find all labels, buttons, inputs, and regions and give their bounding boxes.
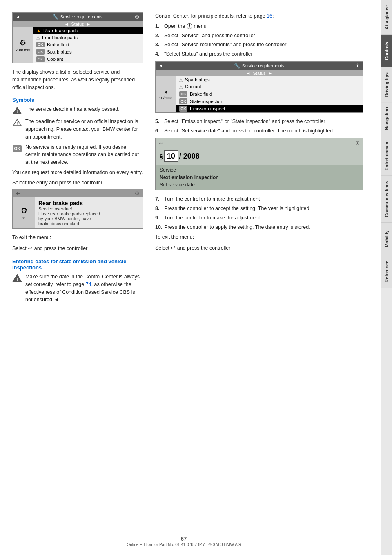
screen1-item-2: △ Front brake pads <box>33 34 143 41</box>
step-7: 7. Turn the controller to make the adjus… <box>155 195 363 203</box>
back-arrow-icon: ↩ <box>16 190 21 197</box>
date-screen-header: ↩ 🛈 <box>156 138 363 148</box>
date-back-icon: ↩ <box>159 140 164 146</box>
screen1-subheader: ◄ Status ► <box>13 21 143 27</box>
tab-reference[interactable]: Reference <box>381 255 392 288</box>
tab-communications[interactable]: Communications <box>381 175 392 222</box>
detail-text-col: Rear brake pads Service overdue! Have re… <box>35 197 143 228</box>
step-6: 6. Select "Set service date" and press t… <box>155 127 363 135</box>
page-footer: 67 Online Edition for Part No. 01 41 0 1… <box>0 536 368 547</box>
sidebar-tabs: At a glance Controls Driving tips Naviga… <box>381 0 392 555</box>
detail-screen: ↩ 🛈 ⚙ ↩ Rear brake pads Service overdue!… <box>12 189 143 229</box>
steps-list-1: 1. Open the i menu 2. Select "Service" a… <box>155 22 363 58</box>
svg-text:!: ! <box>16 109 18 114</box>
filled-triangle-icon: ! <box>12 105 22 115</box>
screen2-left-icon: § 10/2008 <box>156 76 176 112</box>
detail-sub-3: by your BMW center, have <box>38 216 139 221</box>
warning-note: ! Make sure the date in the Control Cent… <box>12 273 143 304</box>
screen2-header: ◄ 🔧 Service requirements 🛈 <box>156 62 363 70</box>
screen2-subheader: ◄ Status ► <box>156 70 363 76</box>
tab-at-a-glance[interactable]: At a glance <box>381 0 392 34</box>
step-10: 10. Press the controller to apply the se… <box>155 224 363 231</box>
date-screen: ↩ 🛈 § 10 / 2008 Service Next emission in… <box>155 138 363 190</box>
empty-triangle-icon: ! <box>12 118 22 128</box>
step-5: 5. Select "Emission inspect." or "State … <box>155 118 363 125</box>
ok-box-icon: OK <box>12 143 22 153</box>
exit-menu-text2: Select ↩ and press the controller <box>12 244 143 253</box>
screen1-item-4: OK Spark plugs <box>33 48 143 56</box>
symbol-2: ! The deadline for service or an officia… <box>12 118 143 141</box>
tab-navigation[interactable]: Navigation <box>381 102 392 135</box>
screen1: ◄ 🔧 Service requirements 🛈 ◄ Status ► ⚙ … <box>12 12 143 63</box>
screen1-item-3: OK Brake fluid <box>33 41 143 48</box>
symbol-1: ! The service deadline has already passe… <box>12 105 143 115</box>
car-section-icon: § <box>160 153 163 160</box>
step-1: 1. Open the i menu <box>155 22 363 30</box>
page-number: 67 <box>181 536 187 542</box>
step-8: 8. Press the controller to accept the se… <box>155 205 363 213</box>
detail-content: ⚙ ↩ Rear brake pads Service overdue! Hav… <box>13 197 143 228</box>
screen1-header: ◄ 🔧 Service requirements 🛈 <box>13 13 143 21</box>
steps-list-3: 7. Turn the controller to make the adjus… <box>155 195 363 231</box>
date-main: § 10 / 2008 <box>156 148 363 165</box>
text1: The display shows a list of selected ser… <box>12 68 143 91</box>
screen2-item-3: OK Brake fluid <box>176 90 363 98</box>
screen2: ◄ 🔧 Service requirements 🛈 ◄ Status ► § … <box>155 61 363 113</box>
screen2-content: § 10/2008 △ Spark plugs △ Coolant <box>156 76 363 112</box>
i-menu-icon: i <box>187 23 192 29</box>
date-item-1: Service <box>160 166 359 174</box>
step-4: 4. "Select Status" and press the control… <box>155 50 363 58</box>
date-month-box: 10 <box>164 150 178 162</box>
symbol-1-text: The service deadline has already passed. <box>25 105 120 113</box>
screen1-content: ⚙ -100 mls ▲ Rear brake pads △ Front bra… <box>13 27 143 63</box>
detail-icon-col: ⚙ ↩ <box>13 197 35 228</box>
text3: Select the entry and press the controlle… <box>12 179 143 187</box>
detail-sub-4: brake discs checked <box>38 221 139 226</box>
tab-entertainment[interactable]: Entertainment <box>381 135 392 175</box>
screen1-left-icon: ⚙ -100 mls <box>13 27 33 63</box>
svg-text:!: ! <box>16 277 18 282</box>
text2: You can request more detailed informatio… <box>12 169 143 177</box>
warning-text: Make sure the date in the Control Center… <box>25 273 143 304</box>
symbol-3-text: No service is currently required. If you… <box>25 143 143 166</box>
exit-menu2-text1: To exit the menu: <box>155 233 363 241</box>
date-item-3: Set service date <box>160 181 359 188</box>
symbol-2-text: The deadline for service or an official … <box>25 118 143 141</box>
screen1-title: Service requirements <box>60 14 102 19</box>
step-2: 2. Select "Service" and press the contro… <box>155 32 363 40</box>
detail-sub-2: Have rear brake pads replaced <box>38 211 139 216</box>
footer-text: Online Edition for Part No. 01 41 0 157 … <box>127 542 241 547</box>
screen2-item-1: △ Spark plugs <box>176 76 363 83</box>
screen1-item-1: ▲ Rear brake pads <box>33 27 143 34</box>
steps-list-2: 5. Select "Emission inspect." or "State … <box>155 118 363 135</box>
tab-driving-tips[interactable]: Driving tips <box>381 67 392 102</box>
warning-triangle-icon: ! <box>12 273 22 283</box>
section-title: Entering dates for state emission and ve… <box>12 258 143 271</box>
tab-controls[interactable]: Controls <box>381 34 392 67</box>
tab-mobility[interactable]: Mobility <box>381 222 392 255</box>
symbol-3: OK No service is currently required. If … <box>12 143 143 166</box>
screen2-item-4: OK State inspection <box>176 98 363 105</box>
step-9: 9. Turn the controller to make the adjus… <box>155 214 363 222</box>
detail-screen-header: ↩ 🛈 <box>13 189 143 197</box>
screen2-items: △ Spark plugs △ Coolant OK Brake fluid <box>176 76 363 112</box>
right-intro: Control Center, for principle details, r… <box>155 12 363 20</box>
screen2-item-5: OK Emission inspect. <box>176 105 363 112</box>
screen1-items: ▲ Rear brake pads △ Front brake pads OK … <box>33 27 143 63</box>
screen2-item-2: △ Coolant <box>176 83 363 90</box>
exit-menu2-text2: Select ↩ and press the controller <box>155 244 363 252</box>
detail-title: Rear brake pads <box>38 200 139 206</box>
detail-sub-1: Service overdue! <box>38 206 139 211</box>
date-item-2: Next emission inspection <box>160 174 359 181</box>
date-items: Service Next emission inspection Set ser… <box>156 165 363 190</box>
svg-text:!: ! <box>16 121 18 126</box>
exit-menu-text1: To exit the menu: <box>12 234 143 242</box>
screen1-item-5: OK Coolant <box>33 56 143 63</box>
symbols-title: Symbols <box>12 97 143 103</box>
step-3: 3. Select "Service requirements" and pre… <box>155 41 363 49</box>
screen2-title: Service requirements <box>242 63 284 68</box>
